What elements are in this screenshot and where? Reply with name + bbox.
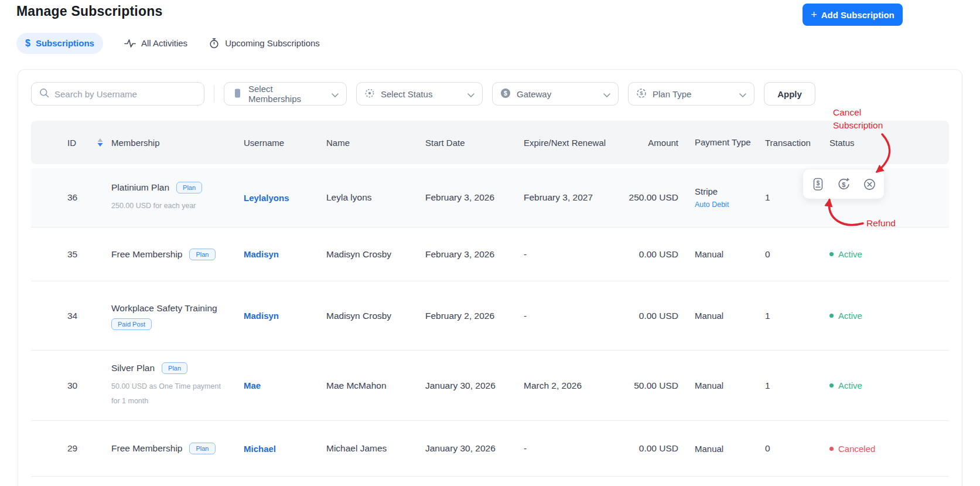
search-icon [39,88,49,100]
svg-text:$: $ [816,179,819,186]
cell-payment-type: Manual [683,249,759,259]
cell-name: Madisyn Crosby [326,249,425,260]
status-badge: Active [824,249,949,259]
status-select[interactable]: Select Status [356,82,483,106]
cell-expire: February 3, 2027 [524,192,622,203]
cell-expire: - [524,311,622,321]
dollar-icon: $ [25,38,30,49]
status-badge: Active [824,311,949,321]
subscriptions-card: Select Memberships Select Status $ Gatew… [18,69,962,486]
username-link[interactable]: Leylalyons [244,193,326,203]
cell-amount: 0.00 USD [622,311,683,321]
cell-payment-type: Stripe Auto Debit [683,186,759,209]
memberships-select[interactable]: Select Memberships [224,82,347,106]
page-title: Manage Subscriptions [16,4,162,19]
cell-name: Michael James [326,443,425,454]
column-header-amount: Amount [622,138,683,148]
tab-upcoming-subscriptions[interactable]: Upcoming Subscriptions [209,32,320,54]
column-header-name: Name [326,138,425,148]
cell-transaction: 0 [759,249,824,260]
sort-icon[interactable] [97,138,103,147]
search-box [31,82,204,106]
username-link[interactable]: Madisyn [244,249,326,259]
cell-start-date: January 30, 2026 [425,380,524,391]
cancel-subscription-annotation: Cancel Subscription [833,106,892,132]
payment-note: Auto Debit [695,200,759,209]
cancel-subscription-button[interactable] [859,174,880,195]
add-subscription-label: Add Subscription [821,10,894,20]
cell-membership: Platinium Plan Plan 250.00 USD for each … [111,182,244,213]
column-header-membership: Membership [111,138,244,148]
username-link[interactable]: Michael [244,444,326,454]
cell-membership: Workplace Safety Training Paid Post [111,303,244,329]
refund-button[interactable]: $ [833,174,854,195]
column-header-payment-type: Payment Type [683,136,759,149]
cell-name: Leyla lyons [326,192,425,203]
table-row: 29 Free Membership Plan Michael Michael … [31,421,949,477]
cell-amount: 250.00 USD [622,192,683,203]
status-ring-icon [364,88,375,100]
tab-all-activities[interactable]: All Activities [124,33,187,54]
apply-button[interactable]: Apply [764,82,815,106]
tab-subscriptions[interactable]: $ Subscriptions [16,33,103,54]
table-row: 30 Silver Plan Plan 50.00 USD as One Tim… [31,351,949,421]
cell-expire: March 2, 2026 [524,380,622,391]
add-subscription-button[interactable]: + Add Subscription [803,4,903,26]
column-header-username: Username [244,138,326,148]
paid-post-badge: Paid Post [111,318,152,330]
chevron-down-icon [739,89,746,99]
tab-upcoming-subscriptions-label: Upcoming Subscriptions [225,38,320,48]
username-link[interactable]: Mae [244,380,326,390]
invoice-button[interactable]: $ [807,174,828,195]
cell-expire: - [524,443,622,454]
plan-badge: Plan [189,249,215,260]
membership-name: Platinium Plan [111,182,169,193]
username-link[interactable]: Madisyn [244,311,326,321]
membership-card-icon [232,88,243,100]
column-header-status: Status [824,138,949,148]
status-dot [829,252,834,256]
status-dot [829,383,834,388]
table-row: 35 Free Membership Plan Madisyn Madisyn … [31,227,949,281]
cell-id: 34 [31,311,111,321]
cell-transaction: 1 [759,380,824,391]
gateway-select[interactable]: $ Gateway [492,82,619,106]
chevron-down-icon [603,89,610,99]
membership-name: Free Membership [111,443,182,454]
cell-amount: 0.00 USD [622,443,683,454]
cell-payment-type: Manual [683,311,759,321]
search-input[interactable] [54,89,196,99]
table-row: 36 Platinium Plan Plan 250.00 USD for ea… [31,168,949,227]
refund-annotation: Refund [866,217,896,230]
plan-badge: Plan [189,443,215,454]
cell-name: Mae McMahon [326,380,425,391]
filter-bar: Select Memberships Select Status $ Gatew… [31,82,949,106]
row-actions: $ $ [803,169,884,199]
memberships-select-label: Select Memberships [248,84,326,104]
manage-subscriptions-page: Manage Subscriptions + Add Subscription … [0,0,980,486]
plan-type-select[interactable]: $ Plan Type [628,82,754,106]
cell-payment-type: Manual [683,380,759,390]
membership-name: Silver Plan [111,363,155,373]
chevron-down-icon [332,89,339,99]
cell-membership: Free Membership Plan [111,249,244,260]
dollar-coin-icon: $ [500,88,511,100]
membership-note: 50.00 USD as One Time payment for 1 mont… [111,379,224,409]
plan-type-select-label: Plan Type [653,89,691,99]
column-header-expire: Expire/Next Renewal [524,138,622,148]
tab-all-activities-label: All Activities [141,38,187,48]
cell-payment-type: Manual [683,444,759,454]
tab-bar: $ Subscriptions All Activities Upcoming … [16,32,320,54]
cell-start-date: January 30, 2026 [425,443,524,454]
cell-name: Madisyn Crosby [326,311,425,321]
membership-note: 250.00 USD for each year [111,199,224,213]
cell-transaction: 0 [759,443,824,454]
column-header-transaction: Transaction [759,138,824,148]
status-label: Active [838,311,862,321]
cell-amount: 50.00 USD [622,380,683,391]
chevron-down-icon [467,89,474,99]
cell-membership: Free Membership Plan [111,443,244,454]
filter-divider [214,85,214,103]
cell-start-date: February 3, 2026 [425,249,524,260]
cell-expire: - [524,249,622,260]
